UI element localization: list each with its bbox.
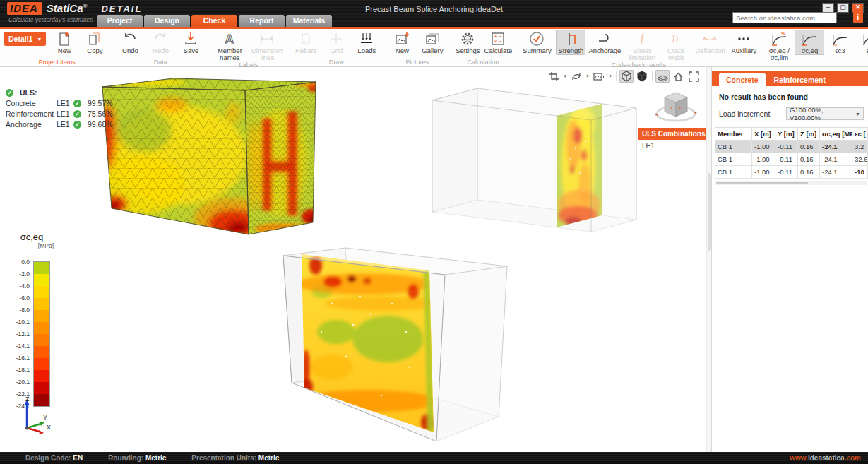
grid-button[interactable]: Grid bbox=[321, 30, 351, 55]
crack-width-button[interactable]: Crack width bbox=[661, 30, 691, 61]
ribbon-group-label: Labels bbox=[211, 61, 285, 69]
close-button[interactable]: ✕ bbox=[852, 3, 864, 13]
grid-icon bbox=[328, 30, 345, 47]
member-names-button[interactable]: A Member names bbox=[211, 30, 248, 61]
uls-combinations-header[interactable]: ULS Combinations bbox=[638, 128, 706, 140]
auxiliary-button[interactable]: Auxiliary bbox=[729, 30, 759, 55]
table-row[interactable]: CB 1-1.00 -0.110.16 -24.1-10 bbox=[715, 166, 868, 179]
chevron-down-icon[interactable]: ▼ bbox=[563, 74, 567, 78]
summary-check-icon bbox=[528, 30, 545, 47]
titlebar: IDEA StatiCa® DETAIL Calculate yesterday… bbox=[0, 0, 868, 27]
ribbon-group-label: Project items bbox=[4, 59, 109, 66]
info-button[interactable]: i bbox=[853, 12, 863, 23]
ec3-button[interactable]: εc3 bbox=[825, 30, 855, 55]
picture-new-button[interactable]: New bbox=[387, 30, 417, 55]
scrollbar-thumb[interactable] bbox=[716, 182, 808, 184]
stress-curve-icon bbox=[800, 30, 819, 47]
new-detail-button[interactable]: New bbox=[49, 30, 79, 55]
epl-button[interactable]: ! εpl bbox=[855, 30, 868, 55]
strain-curve-icon bbox=[831, 30, 849, 47]
result-legend: σc,eq [MPa] 0.0 -2.0 bbox=[10, 232, 66, 410]
search-input[interactable] bbox=[732, 12, 837, 23]
check-ok-icon: ✓ bbox=[73, 100, 81, 107]
transparent-box-bottom[interactable] bbox=[283, 248, 507, 441]
redo-button[interactable]: Redo bbox=[145, 30, 175, 55]
tab-design[interactable]: Design bbox=[144, 15, 190, 27]
3d-viewport[interactable]: ▼ ▼ ▼ ◂▸ ✓ULS: bbox=[0, 67, 706, 452]
maximize-button[interactable]: ▢ bbox=[837, 3, 849, 13]
panel-tabs: Concrete Reinforcement bbox=[712, 71, 868, 86]
statusbar: Design Code: EN Rounding: Metric Present… bbox=[0, 452, 868, 464]
ribbon-group-project-items: Detail1▼ New Copy Project items bbox=[1, 29, 112, 66]
ribbon-group-results: % σc,eq / σc,lim σc,eq εc3 ! εpl σc,3 / … bbox=[761, 29, 868, 66]
minimize-button[interactable]: – bbox=[822, 3, 834, 13]
rounding-status: Rounding: Metric bbox=[108, 454, 166, 462]
panel-scrollbar[interactable] bbox=[706, 67, 711, 452]
zoom-window-button[interactable] bbox=[547, 70, 561, 83]
strength-button[interactable]: Strength bbox=[556, 30, 585, 55]
loads-button[interactable]: Loads bbox=[352, 30, 381, 55]
legend-unit: [MPa] bbox=[10, 242, 54, 249]
stress-limitation-button[interactable]: Stress limitation bbox=[624, 30, 660, 61]
table-row[interactable]: CB 1-1.00 -0.110.16 -24.132.6 bbox=[715, 153, 868, 166]
stress-limitation-icon bbox=[634, 30, 650, 47]
ellipsis-icon bbox=[735, 30, 752, 47]
deflection-icon bbox=[701, 30, 718, 47]
tab-project[interactable]: Project bbox=[97, 15, 143, 27]
undo-icon bbox=[121, 30, 138, 47]
tab-concrete[interactable]: Concrete bbox=[719, 73, 766, 86]
dimension-lines-button[interactable]: Dimension lines bbox=[249, 30, 285, 61]
sceq-sclim-button[interactable]: % σc,eq / σc,lim bbox=[764, 30, 794, 61]
home-view-button[interactable] bbox=[671, 70, 685, 83]
anchorage-hook-icon bbox=[596, 30, 613, 47]
table-horizontal-scrollbar[interactable] bbox=[715, 181, 867, 185]
sceq-button[interactable]: σc,eq bbox=[795, 30, 824, 55]
tab-materials[interactable]: Materials bbox=[286, 15, 332, 27]
combination-item-le1[interactable]: LE1 bbox=[642, 142, 655, 150]
chevron-down-icon[interactable]: ▼ bbox=[585, 74, 590, 78]
gear-icon: </> bbox=[459, 30, 476, 47]
settings-button[interactable]: </> Settings bbox=[453, 30, 482, 55]
gallery-button[interactable]: Gallery bbox=[417, 30, 447, 55]
table-row[interactable]: CB 1-1.00 -0.110.16 -24.13.2 bbox=[715, 141, 868, 153]
orbit-button[interactable] bbox=[569, 70, 583, 83]
section-view-button[interactable] bbox=[655, 70, 670, 83]
ribbon-group-label: Calculation bbox=[453, 59, 513, 66]
view-export-button[interactable] bbox=[592, 70, 606, 83]
detail-selector-button[interactable]: Detail1▼ bbox=[4, 32, 46, 46]
scrollbar-thumb[interactable] bbox=[708, 173, 711, 251]
uls-summary: ✓ULS: Concrete LE1 ✓ 99.57% Reinforcemen… bbox=[6, 88, 113, 129]
uls-row-concrete: Concrete LE1 ✓ 99.57% bbox=[6, 99, 113, 107]
tab-report[interactable]: Report bbox=[239, 15, 285, 27]
table-header-row: Member X [m] Y [m] Z [m] σc,eq [MPa] εc … bbox=[715, 128, 868, 141]
rebars-button[interactable]: Rebars bbox=[291, 30, 321, 55]
load-increment-select[interactable]: G100.00%, V100.00% ▼ bbox=[786, 107, 864, 120]
chevron-down-icon: ▼ bbox=[855, 112, 860, 117]
website-link[interactable]: www.ideastatica.com bbox=[790, 454, 861, 462]
calculate-button[interactable]: +−×÷ Calculate bbox=[483, 30, 513, 55]
svg-text:÷: ÷ bbox=[499, 38, 503, 44]
chevron-down-icon[interactable]: ▼ bbox=[608, 74, 612, 78]
tab-check[interactable]: Check bbox=[191, 15, 237, 27]
wireframe-view-button[interactable] bbox=[619, 70, 634, 83]
navigation-cube[interactable]: ◂▸ bbox=[654, 84, 698, 131]
main-nav-tabs: Project Design Check Report Materials bbox=[97, 15, 332, 27]
anchorage-button[interactable]: Anchorage bbox=[586, 30, 623, 55]
svg-text:×: × bbox=[494, 38, 498, 44]
copy-detail-button[interactable]: Copy bbox=[80, 30, 109, 55]
meshed-beam-solid[interactable] bbox=[99, 78, 321, 240]
axis-y-label: Y bbox=[43, 414, 47, 421]
transparent-box-top-right[interactable] bbox=[432, 88, 636, 232]
legend-color-bar bbox=[33, 261, 50, 407]
tab-reinforcement[interactable]: Reinforcement bbox=[767, 73, 833, 86]
undo-button[interactable]: Undo bbox=[115, 30, 145, 55]
results-panel: Concrete Reinforcement No result has bee… bbox=[711, 67, 868, 452]
expand-arrows-icon bbox=[689, 71, 699, 82]
crack-width-icon bbox=[667, 30, 684, 47]
deflection-button[interactable]: Deflection bbox=[691, 30, 728, 55]
summary-button[interactable]: Summary bbox=[518, 30, 555, 55]
save-button[interactable]: Save bbox=[176, 30, 206, 55]
solid-view-button[interactable] bbox=[635, 70, 649, 83]
fit-view-button[interactable] bbox=[686, 70, 701, 83]
svg-text:A: A bbox=[225, 32, 234, 46]
